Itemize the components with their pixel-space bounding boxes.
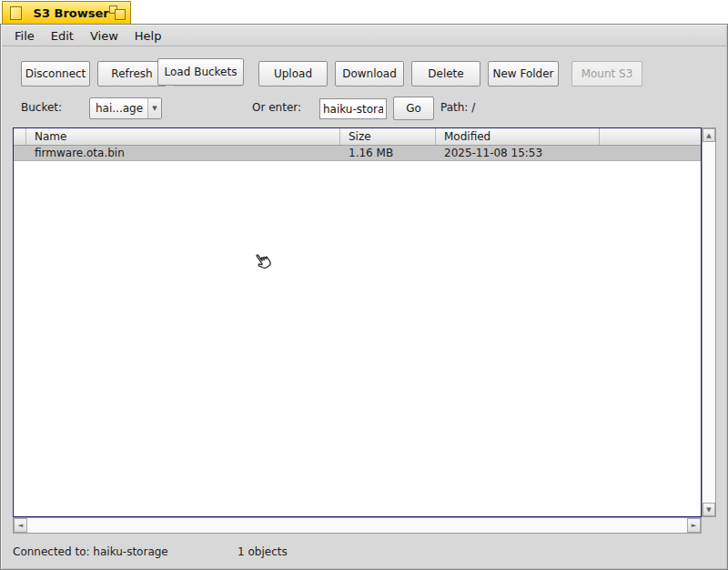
go-button[interactable]: Go [393, 97, 434, 120]
upload-button[interactable]: Upload [258, 61, 328, 87]
column-header-empty [600, 128, 701, 145]
menu-bar: File Edit View Help [2, 25, 726, 46]
path-label: Path: / [440, 101, 475, 114]
menu-help[interactable]: Help [126, 27, 170, 45]
scroll-left-icon[interactable]: ◄ [14, 518, 27, 533]
scroll-right-icon[interactable]: ► [687, 518, 701, 533]
zoom-icon-big-square [115, 9, 126, 20]
scroll-down-icon[interactable]: ▼ [703, 503, 715, 516]
s3-browser-window: S3 Browser File Edit View Help Disconnec… [0, 0, 728, 570]
window-body: File Edit View Help Disconnect Refresh G… [0, 24, 728, 570]
chevron-down-icon: ▼ [147, 98, 161, 118]
column-header-modified[interactable]: Modified [436, 128, 600, 145]
close-icon[interactable] [10, 6, 22, 20]
delete-button[interactable]: Delete [411, 61, 480, 87]
bucket-select[interactable]: hai...age ▼ [89, 97, 162, 119]
refresh-button[interactable]: Refresh [97, 61, 167, 87]
mount-s3-button: Mount S3 [571, 61, 642, 87]
row-empty-cell [600, 146, 701, 160]
row-size-cell: 1.16 MB [340, 146, 436, 160]
status-connection: Connected to: haiku-storage [13, 545, 168, 558]
download-button[interactable]: Download [335, 61, 404, 87]
zoom-icon[interactable] [109, 5, 124, 21]
bucket-label: Bucket: [21, 101, 62, 114]
status-object-count: 1 objects [238, 545, 288, 558]
window-title: S3 Browser [34, 6, 109, 20]
disconnect-button[interactable]: Disconnect [21, 61, 90, 87]
menu-file[interactable]: File [6, 27, 43, 45]
menu-view[interactable]: View [82, 27, 126, 45]
table-row[interactable]: firmware.ota.bin 1.16 MB 2025-11-08 15:5… [14, 146, 701, 161]
load-buckets-button[interactable]: Load Buckets [157, 58, 244, 86]
row-name-cell: firmware.ota.bin [26, 146, 340, 160]
row-modified-cell: 2025-11-08 15:53 [436, 146, 600, 160]
file-table-view: Name Size Modified firmware.ota.bin 1.16… [13, 127, 702, 517]
or-enter-label: Or enter: [252, 101, 301, 114]
table-header: Name Size Modified [14, 128, 701, 146]
scroll-up-icon[interactable]: ▲ [703, 128, 715, 142]
menu-edit[interactable]: Edit [43, 27, 82, 45]
new-folder-button[interactable]: New Folder [488, 61, 559, 87]
row-icon-cell [14, 146, 26, 160]
bucket-input[interactable] [319, 98, 387, 119]
file-table: Name Size Modified firmware.ota.bin 1.16… [13, 127, 716, 534]
bucket-select-value: hai...age [90, 102, 147, 115]
column-header-name[interactable]: Name [26, 128, 340, 145]
title-tab[interactable]: S3 Browser [2, 1, 131, 24]
horizontal-scrollbar[interactable]: ◄ ► [13, 517, 702, 534]
vertical-scrollbar[interactable]: ▲ ▼ [702, 127, 716, 517]
column-header-size[interactable]: Size [340, 128, 436, 145]
column-header-icon[interactable] [14, 128, 26, 145]
